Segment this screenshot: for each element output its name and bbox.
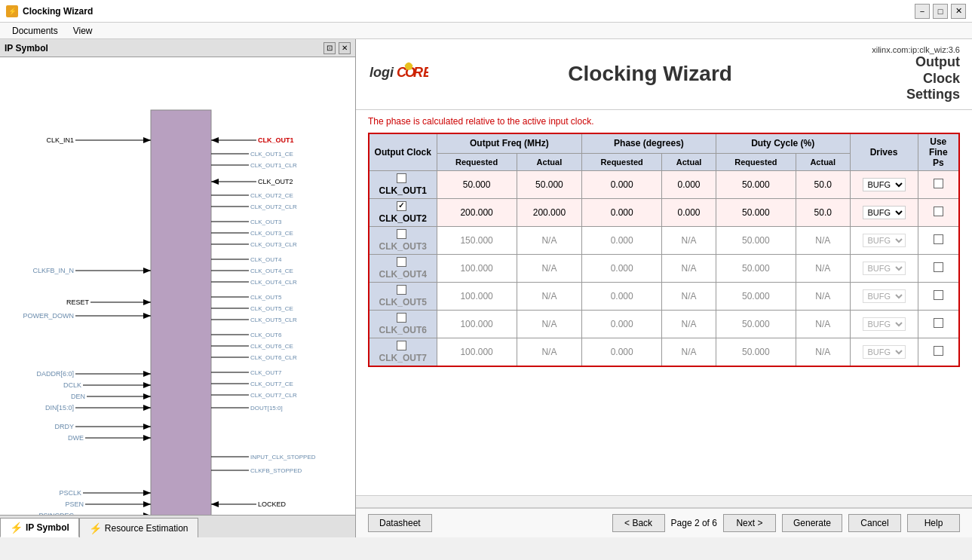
phase-req-1[interactable]: 0.000: [582, 198, 662, 226]
fine-ps-checkbox-5[interactable]: [934, 318, 943, 328]
dc-req-0[interactable]: 50.000: [716, 170, 796, 198]
freq-req-5[interactable]: 100.000: [437, 310, 517, 338]
drives-select-4[interactable]: BUFG: [863, 289, 906, 303]
svg-marker-47: [143, 371, 151, 377]
svg-text:CLK_OUT7: CLK_OUT7: [250, 369, 282, 376]
right-panel: logi C O RE Clocking Wizard xilinx.com:i…: [356, 39, 972, 537]
tab-resource-estimation[interactable]: ⚡ Resource Estimation: [79, 518, 198, 537]
datasheet-button[interactable]: Datasheet: [368, 514, 432, 532]
next-button[interactable]: Next >: [723, 514, 776, 532]
dc-req-3[interactable]: 50.000: [716, 254, 796, 282]
dc-req-4[interactable]: 50.000: [716, 282, 796, 310]
menu-documents[interactable]: Documents: [5, 24, 66, 38]
svg-text:INPUT_CLK_STOPPED: INPUT_CLK_STOPPED: [250, 454, 316, 461]
ip-canvas: CLK_IN1 CLK_OUT1 CLK_OUT1_CE CLK_OUT1_CL…: [0, 57, 355, 515]
drives-cell-3: BUFG: [850, 254, 918, 282]
checkbox-5[interactable]: [397, 313, 406, 323]
svg-text:PSEN: PSEN: [65, 500, 84, 508]
panel-title: IP Symbol: [5, 43, 48, 54]
freq-act-1[interactable]: 200.000: [517, 198, 581, 226]
svg-text:CLK_OUT1_CLR: CLK_OUT1_CLR: [250, 162, 297, 169]
phase-act-0[interactable]: 0.000: [662, 170, 716, 198]
svg-text:CLK_OUT4_CE: CLK_OUT4_CE: [250, 268, 293, 274]
page-info: Page 2 of 6: [671, 518, 717, 528]
drives-select-2[interactable]: BUFG: [863, 234, 906, 247]
checkbox-1[interactable]: [397, 201, 406, 211]
generate-button[interactable]: Generate: [782, 514, 842, 532]
title-bar: ⚡ Clocking Wizard − □ ✕: [0, 0, 972, 23]
fine-ps-cell-3: [918, 254, 959, 282]
clock-table: Output Clock Output Freq (MHz) Phase (de…: [368, 133, 960, 367]
th-freq-req: Requested: [437, 153, 517, 170]
fine-ps-checkbox-1[interactable]: [934, 207, 943, 216]
dc-req-1[interactable]: 50.000: [716, 198, 796, 226]
menu-view[interactable]: View: [66, 24, 100, 38]
help-button[interactable]: Help: [907, 514, 960, 532]
svg-marker-68: [143, 405, 151, 411]
freq-act-0[interactable]: 50.000: [517, 170, 581, 198]
drives-cell-0: BUFG: [850, 170, 918, 198]
minimize-button[interactable]: −: [915, 4, 930, 19]
fine-ps-checkbox-4[interactable]: [934, 290, 943, 300]
phase-req-6[interactable]: 0.000: [582, 338, 662, 366]
freq-req-4[interactable]: 100.000: [437, 282, 517, 310]
drives-select-6[interactable]: BUFG: [863, 345, 906, 359]
svg-text:CLKFB_IN_N: CLKFB_IN_N: [32, 267, 74, 274]
row-name-3: CLK_OUT4: [369, 254, 437, 282]
fine-ps-checkbox-2[interactable]: [934, 234, 943, 244]
svg-marker-56: [143, 382, 151, 388]
th-output-freq: Output Freq (MHz): [437, 133, 582, 153]
th-phase-req: Requested: [582, 153, 662, 170]
freq-req-3[interactable]: 100.000: [437, 254, 517, 282]
checkbox-4[interactable]: [397, 285, 406, 295]
checkbox-0[interactable]: [397, 173, 406, 183]
back-button[interactable]: < Back: [612, 514, 665, 532]
freq-req-6[interactable]: 100.000: [437, 338, 517, 366]
drives-select-3[interactable]: BUFG: [863, 262, 906, 275]
drives-select-1[interactable]: BUFG: [863, 206, 906, 219]
dc-act-0[interactable]: 50.0: [796, 170, 850, 198]
drives-select-5[interactable]: BUFG: [863, 317, 906, 331]
fine-ps-checkbox-0[interactable]: [934, 179, 943, 188]
dc-req-5[interactable]: 50.000: [716, 310, 796, 338]
close-button[interactable]: ✕: [951, 4, 966, 19]
fine-ps-cell-1: [918, 198, 959, 226]
checkbox-2[interactable]: [397, 229, 406, 239]
version-text: xilinx.com:ip:clk_wiz:3.6: [872, 45, 960, 54]
phase-act-1[interactable]: 0.000: [662, 198, 716, 226]
panel-expand-button[interactable]: ⊡: [323, 42, 336, 54]
svg-text:logi: logi: [369, 65, 394, 80]
drives-cell-6: BUFG: [850, 338, 918, 366]
row-name-1: CLK_OUT2: [369, 198, 437, 226]
svg-marker-86: [143, 501, 151, 507]
panel-close-button[interactable]: ✕: [339, 42, 351, 54]
phase-req-3[interactable]: 0.000: [582, 254, 662, 282]
th-drives: Drives: [850, 133, 918, 171]
svg-text:CLK_OUT2_CLR: CLK_OUT2_CLR: [250, 203, 297, 210]
checkbox-6[interactable]: [397, 341, 406, 350]
freq-req-2[interactable]: 150.000: [437, 226, 517, 254]
phase-act-4: N/A: [662, 282, 716, 310]
drives-select-0[interactable]: BUFG: [863, 178, 906, 191]
dc-req-2[interactable]: 50.000: [716, 226, 796, 254]
dc-req-6[interactable]: 50.000: [716, 338, 796, 366]
dc-act-1[interactable]: 50.0: [796, 198, 850, 226]
fine-ps-checkbox-6[interactable]: [934, 346, 943, 356]
h-scrollbar[interactable]: [356, 495, 972, 507]
phase-req-0[interactable]: 0.000: [582, 170, 662, 198]
freq-req-1[interactable]: 200.000: [437, 198, 517, 226]
maximize-button[interactable]: □: [933, 4, 948, 19]
svg-text:DWE: DWE: [68, 434, 84, 442]
tab-ip-symbol[interactable]: ⚡ IP Symbol: [0, 518, 79, 537]
svg-marker-13: [211, 179, 219, 185]
checkbox-3[interactable]: [397, 257, 406, 267]
phase-req-4[interactable]: 0.000: [582, 282, 662, 310]
cancel-button[interactable]: Cancel: [848, 514, 901, 532]
phase-req-2[interactable]: 0.000: [582, 226, 662, 254]
phase-req-5[interactable]: 0.000: [582, 310, 662, 338]
svg-text:CLK_OUT6_CE: CLK_OUT6_CE: [250, 343, 293, 350]
menu-bar: Documents View: [0, 23, 972, 39]
fine-ps-checkbox-3[interactable]: [934, 262, 943, 272]
version-section: xilinx.com:ip:clk_wiz:3.6 OutputClockSet…: [872, 45, 960, 103]
freq-req-0[interactable]: 50.000: [437, 170, 517, 198]
